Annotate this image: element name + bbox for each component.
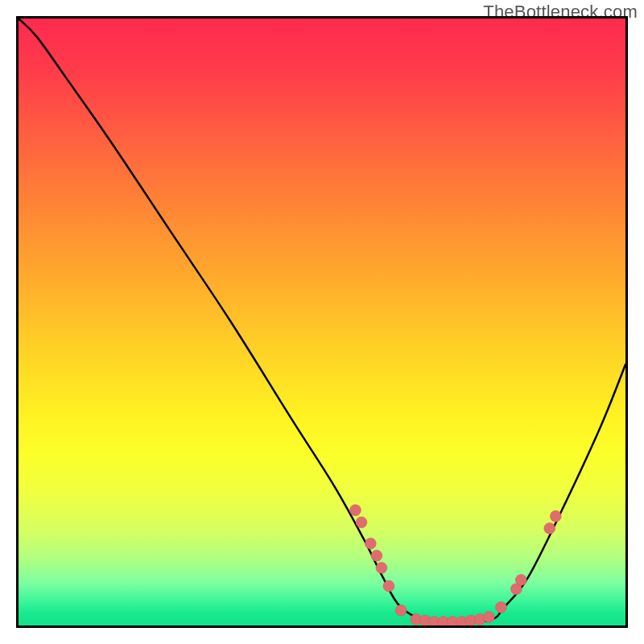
data-marker — [383, 580, 394, 592]
data-marker — [483, 611, 494, 622]
data-marker — [376, 562, 387, 573]
curve-svg — [19, 19, 625, 625]
data-marker — [550, 510, 561, 522]
chart-container: TheBottleneck.com — [0, 0, 644, 644]
data-marker — [544, 522, 555, 534]
plot-area — [16, 16, 628, 628]
data-marker — [495, 601, 506, 613]
data-marker — [395, 605, 407, 616]
data-marker — [515, 575, 526, 586]
data-marker — [371, 550, 382, 561]
data-marker — [350, 505, 361, 516]
bottleneck-curve — [19, 19, 625, 624]
data-marker — [356, 517, 367, 528]
data-marker — [365, 538, 376, 549]
